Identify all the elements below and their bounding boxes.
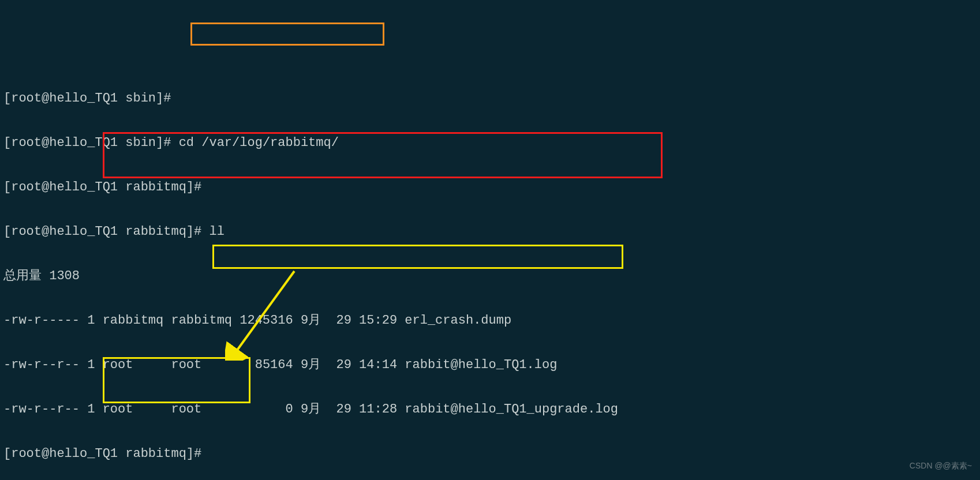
prompt-line: [root@hello_TQ1 rabbitmq]#	[3, 443, 977, 466]
prompt-line: [root@hello_TQ1 sbin]#	[3, 88, 977, 110]
ls-owner-root: root root 0 9月 29 11:28 rabbit@hello_TQ1…	[103, 402, 618, 417]
ls-row-root1: -rw-r--r-- 1 root root 85164 9月 29 14:14…	[3, 354, 977, 377]
ls-owner-root: root root 85164 9月 29 14:14 rabbit@hello…	[103, 358, 558, 372]
ls-perms: -rw-r--r-- 1	[3, 402, 103, 417]
cmd-ll: [root@hello_TQ1 rabbitmq]# ll	[3, 224, 225, 239]
prompt-text: [root@hello_TQ1 rabbitmq]#	[3, 447, 209, 461]
prompt-line: [root@hello_TQ1 rabbitmq]#	[3, 177, 977, 199]
output-total: 总用量 1308	[3, 265, 977, 288]
prompt-text: [root@hello_TQ1 sbin]#	[3, 91, 179, 106]
total-text: 总用量 1308	[3, 269, 80, 283]
ls-perms: -rw-r--r-- 1	[3, 358, 103, 372]
ls-row-root2: -rw-r--r-- 1 root root 0 9月 29 11:28 rab…	[3, 399, 977, 421]
cmd-line-cd: [root@hello_TQ1 sbin]# cd /var/log/rabbi…	[3, 132, 977, 155]
cmd-line-ll: [root@hello_TQ1 rabbitmq]# ll	[3, 221, 977, 243]
cmd-cd: cd /var/log/rabbitmq/	[179, 136, 339, 150]
ls-row: -rw-r----- 1 rabbitmq rabbitmq 1245316 9…	[3, 310, 977, 332]
highlight-box-cd	[190, 22, 384, 46]
prompt-text: [root@hello_TQ1 sbin]#	[3, 136, 179, 150]
prompt-text: [root@hello_TQ1 rabbitmq]#	[3, 180, 209, 194]
watermark-text: CSDN @@素素~	[910, 455, 972, 477]
terminal-window[interactable]: { "lines": { "l00": "[root@hello_TQ1 sbi…	[0, 0, 980, 480]
ls-text: -rw-r----- 1 rabbitmq rabbitmq 1245316 9…	[3, 313, 511, 328]
